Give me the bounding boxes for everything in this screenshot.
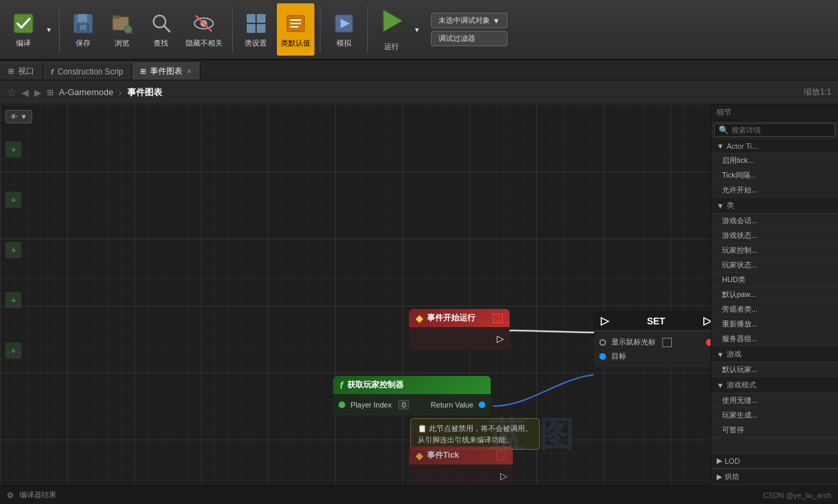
class-item-5[interactable]: 默认paw... xyxy=(711,288,838,302)
right-panel-header: 细节 xyxy=(711,105,838,121)
class-item-1[interactable]: 游戏状态... xyxy=(711,229,838,243)
class-item-0[interactable]: 游戏会话... xyxy=(711,214,838,229)
find-icon xyxy=(149,11,173,36)
bake-header[interactable]: ▶ 烘焙 xyxy=(711,468,838,485)
separator-1 xyxy=(59,6,60,53)
lod-title: LOD xyxy=(725,457,740,465)
add-button-4[interactable]: + xyxy=(5,292,21,308)
favorite-star[interactable]: ☆ xyxy=(7,86,16,99)
find-button[interactable]: 查找 xyxy=(143,3,179,56)
run-dropdown[interactable]: ▼ xyxy=(412,3,422,56)
bake-title: 烘焙 xyxy=(725,472,739,482)
status-icon: ⚙ xyxy=(7,491,14,500)
disabled-line1: 此节点被禁用，将不会被调用。 xyxy=(429,424,532,432)
set-pin-show-cursor: 显示鼠标光标 xyxy=(594,335,711,349)
eye-icon: 👁 xyxy=(10,113,17,121)
game-section-header[interactable]: ▼ 游戏 xyxy=(711,346,838,363)
node-get-controller[interactable]: f 获取玩家控制器 Player Index 0 Return Value xyxy=(333,376,491,416)
actor-tick-item-0[interactable]: 启用tick... xyxy=(711,153,838,168)
tab-event-graph[interactable]: ⊞ 事件图表 ✕ xyxy=(132,62,200,80)
status-label: 编译器结果 xyxy=(19,490,56,500)
svg-line-8 xyxy=(131,32,133,34)
save-button[interactable]: 保存 xyxy=(65,3,101,56)
node-event-tick-header: ◆ 事件Tick □ xyxy=(409,446,513,464)
browse-label: 浏览 xyxy=(115,38,129,48)
node-set-title: SET xyxy=(647,316,665,326)
compile-icon xyxy=(11,11,36,36)
class-item-8[interactable]: 服务器组... xyxy=(711,332,838,346)
player-index-label: Player Index xyxy=(351,401,392,409)
simulate-button[interactable]: 模拟 xyxy=(326,3,362,56)
add-button-1[interactable]: + xyxy=(5,141,21,158)
actor-tick-item-1[interactable]: Tick间隔... xyxy=(711,168,838,183)
search-box[interactable]: 🔍 xyxy=(714,123,835,137)
compile-dropdown-arrow: ▼ xyxy=(46,26,52,34)
class-section-header[interactable]: ▼ 类 xyxy=(711,198,838,214)
actor-tick-item-2[interactable]: 允许开始... xyxy=(711,183,838,198)
actor-tick-section: ▼ Actor Ti... 启用tick... Tick间隔... 允许开始..… xyxy=(711,139,838,198)
svg-rect-16 xyxy=(247,24,255,33)
compile-dropdown[interactable]: ▼ xyxy=(44,3,54,56)
player-index-value[interactable]: 0 xyxy=(398,400,409,410)
game-mode-item-2[interactable]: 可暂停 xyxy=(711,423,838,438)
tab-event-icon: ⊞ xyxy=(140,67,146,76)
simulate-label: 模拟 xyxy=(337,38,351,48)
browse-button[interactable]: 浏览 xyxy=(104,3,140,56)
tab-construction-icon: f xyxy=(51,68,54,76)
game-mode-section-title: 游戏模式 xyxy=(727,380,756,390)
add-button-5[interactable]: + xyxy=(5,342,21,359)
class-item-6[interactable]: 旁观者类... xyxy=(711,302,838,317)
svg-rect-6 xyxy=(113,15,119,19)
tab-construction-script[interactable]: f Construction Scrip xyxy=(43,62,132,80)
tab-event-label: 事件图表 xyxy=(150,66,182,77)
nav-forward[interactable]: ▶ xyxy=(34,87,42,98)
class-settings-button[interactable]: 类设置 xyxy=(238,3,274,56)
game-mode-section-header[interactable]: ▼ 游戏模式 xyxy=(711,377,838,393)
view-options-button[interactable]: 👁 ▼ xyxy=(5,110,32,123)
tick-exec-out: ▷ xyxy=(409,468,513,483)
add-button-3[interactable]: + xyxy=(5,242,21,258)
lod-header[interactable]: ▶ LOD xyxy=(711,453,838,468)
hide-unrelated-button[interactable]: 隐藏不相关 xyxy=(182,3,227,56)
nav-back[interactable]: ◀ xyxy=(21,87,29,98)
scale-label: 缩放1:1 xyxy=(804,86,831,98)
debug-target-button[interactable]: 未选中调试对象 ▼ xyxy=(431,13,507,28)
right-panel: 细节 🔍 ▼ Actor Ti... 启用tick... Tick间隔... 允… xyxy=(711,105,838,485)
save-icon xyxy=(71,11,95,36)
compile-button[interactable]: 编译 xyxy=(5,3,42,56)
debug-area: 未选中调试对象 ▼ 调试过滤器 xyxy=(431,13,507,46)
event-tick-diamond-icon: ◆ xyxy=(416,450,423,461)
breadcrumb-root[interactable]: A-Gamemode xyxy=(59,87,113,97)
game-item-0[interactable]: 默认玩家... xyxy=(711,363,838,377)
class-defaults-button[interactable]: 类默认值 xyxy=(277,3,314,56)
tab-viewport[interactable]: ⊞ 视口 xyxy=(0,62,43,80)
search-input[interactable] xyxy=(731,126,831,134)
get-controller-player-index: Player Index 0 Return Value xyxy=(333,398,491,412)
run-icon xyxy=(378,7,405,39)
debug-filter-button[interactable]: 调试过滤器 xyxy=(431,31,507,46)
actor-tick-header[interactable]: ▼ Actor Ti... xyxy=(711,139,838,153)
class-item-7[interactable]: 重新播放... xyxy=(711,317,838,332)
class-item-2[interactable]: 玩家控制... xyxy=(711,243,838,258)
tab-event-close[interactable]: ✕ xyxy=(186,68,192,75)
class-item-3[interactable]: 玩家状态... xyxy=(711,258,838,273)
game-mode-item-1[interactable]: 玩家生成... xyxy=(711,408,838,423)
blueprint-canvas[interactable]: 👁 ▼ + + + + + ◆ 事件开始运行 □ ▷ ▷ xyxy=(0,105,711,485)
node-event-begin[interactable]: ◆ 事件开始运行 □ ▷ xyxy=(409,309,510,350)
node-set[interactable]: ▷ SET ▷ 显示鼠标光标 目标 xyxy=(594,311,711,367)
game-mode-item-0[interactable]: 使用无缝... xyxy=(711,393,838,408)
game-mode-section: ▼ 游戏模式 使用无缝... 玩家生成... 可暂停 xyxy=(711,377,838,438)
right-panel-title: 细节 xyxy=(717,107,731,117)
class-item-4[interactable]: HUD类 xyxy=(711,273,838,288)
node-event-tick[interactable]: ◆ 事件Tick □ ▷ Delta Seconds xyxy=(409,446,513,485)
event-begin-diamond-icon: ◆ xyxy=(416,313,423,324)
tick-delta-seconds: Delta Seconds xyxy=(409,483,513,485)
breadcrumb-current: 事件图表 xyxy=(127,86,162,99)
node-event-begin-title: 事件开始运行 xyxy=(427,312,475,324)
tab-construction-label: Construction Scrip xyxy=(58,67,123,76)
add-button-2[interactable]: + xyxy=(5,192,21,208)
run-button[interactable]: 运行 xyxy=(373,3,410,56)
svg-rect-2 xyxy=(78,14,87,22)
svg-rect-15 xyxy=(257,14,265,23)
svg-rect-17 xyxy=(257,24,265,33)
